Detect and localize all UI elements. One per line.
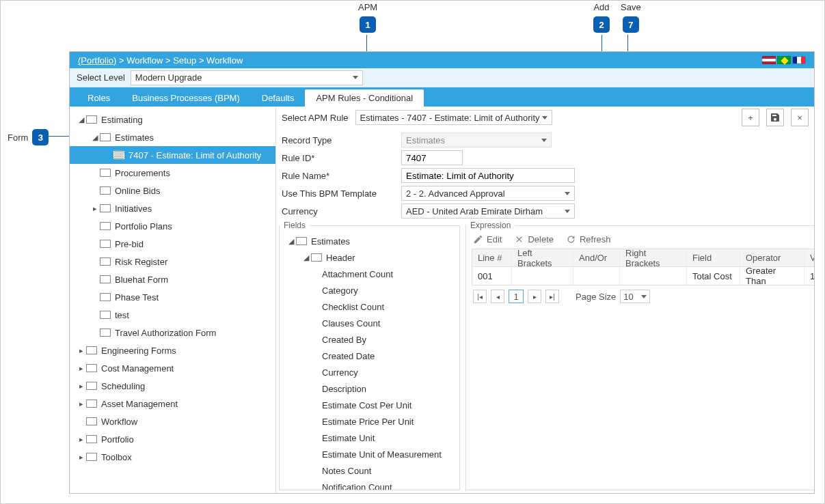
toolbar: Select APM Rule Estimates - 7407 - Estim… xyxy=(276,107,814,128)
pager-first-button[interactable]: |◂ xyxy=(473,290,487,303)
tree-item-estimates[interactable]: ◢Estimates xyxy=(70,128,275,146)
fields-item[interactable]: Attachment Count xyxy=(281,266,458,282)
tree-item-asset-management[interactable]: ▸Asset Management xyxy=(70,395,275,412)
save-button[interactable] xyxy=(766,109,784,126)
x-icon xyxy=(514,234,524,244)
fields-item[interactable]: Currency xyxy=(281,364,458,380)
fields-item[interactable]: Checklist Count xyxy=(281,298,458,315)
fields-tree[interactable]: ◢Estimates ◢Header Attachment CountCateg… xyxy=(280,230,459,490)
add-button[interactable]: + xyxy=(742,109,759,126)
fields-item[interactable]: Estimate Unit xyxy=(281,430,458,446)
tab-defaults[interactable]: Defaults xyxy=(251,89,306,107)
callout-form: Form 3 xyxy=(8,129,49,145)
tree-label: 7407 - Estimate: Limit of Authority xyxy=(129,150,261,160)
filter-bar: Select Level Modern Upgrade xyxy=(70,68,814,87)
fields-root[interactable]: ◢Estimates xyxy=(281,233,458,249)
tree-item-test[interactable]: test xyxy=(70,306,275,324)
tree-label: Portfolio Plans xyxy=(115,221,172,232)
fields-item[interactable]: Created By xyxy=(281,331,458,348)
bpm-template-value: 2 - 2. Advanced Approval xyxy=(406,188,505,199)
rule-name-input[interactable] xyxy=(401,168,575,183)
tabs-bar: Roles Business Processes (BPM) Defaults … xyxy=(70,87,814,107)
fields-panel: Fields ◢Estimates ◢Header Attachment Cou… xyxy=(279,225,460,490)
folder-icon xyxy=(86,364,97,372)
select-level-dropdown[interactable]: Modern Upgrade xyxy=(131,70,363,85)
fields-item[interactable]: Created Date xyxy=(281,348,458,364)
tab-bpm[interactable]: Business Processes (BPM) xyxy=(121,89,251,107)
fields-item[interactable]: Estimate Unit of Measurement xyxy=(281,446,458,462)
pager-last-button[interactable]: ▸| xyxy=(545,290,559,303)
breadcrumb-portfolio[interactable]: (Portfolio) xyxy=(78,55,116,66)
tab-roles[interactable]: Roles xyxy=(77,89,121,107)
fields-item-label: Category xyxy=(322,285,358,296)
fields-item[interactable]: Clauses Count xyxy=(281,315,458,331)
body: ◢Estimating ◢Estimates 7407 - Estimate: … xyxy=(70,107,814,493)
col-left-brackets[interactable]: Left Brackets xyxy=(512,249,573,266)
folder-icon xyxy=(100,293,111,301)
rule-id-label: Rule ID* xyxy=(282,153,394,163)
tab-apm-rules[interactable]: APM Rules - Conditional xyxy=(305,89,424,107)
fields-item[interactable]: Notes Count xyxy=(281,462,458,479)
callout-bubble: 2 xyxy=(593,16,610,33)
flag-us-icon[interactable] xyxy=(762,56,776,64)
tree-label: Engineering Forms xyxy=(101,346,176,356)
tree-item-pre-bid[interactable]: Pre-bid xyxy=(70,235,275,253)
tree-label: Portfolio xyxy=(101,434,134,445)
col-line-no[interactable]: Line # xyxy=(472,249,512,266)
tree-label: Procurements xyxy=(115,168,170,178)
tree-item-portfolio[interactable]: ▸Portfolio xyxy=(70,430,275,448)
tree-item-workflow[interactable]: Workflow xyxy=(70,412,275,430)
select-level-value: Modern Upgrade xyxy=(135,72,202,83)
col-operator[interactable]: Operator xyxy=(740,249,804,266)
close-button[interactable]: × xyxy=(791,109,809,126)
fields-item[interactable]: Estimate Cost Per Unit xyxy=(281,397,458,413)
col-value[interactable]: Value xyxy=(804,249,814,266)
tree-item-bluehat[interactable]: Bluehat Form xyxy=(70,270,275,288)
tree-item-travel-auth[interactable]: Travel Authorization Form xyxy=(70,324,275,341)
col-field[interactable]: Field xyxy=(687,249,740,266)
grid-data-row[interactable]: 001 Total Cost Greater Than 100000 xyxy=(472,267,814,285)
flag-br-icon[interactable] xyxy=(777,56,791,64)
currency-dropdown[interactable]: AED - United Arab Emirate Dirham xyxy=(401,204,575,219)
fields-item[interactable]: Estimate Price Per Unit xyxy=(281,413,458,430)
breadcrumb-workflow2[interactable]: Workflow xyxy=(206,55,243,66)
breadcrumb-workflow[interactable]: Workflow xyxy=(126,55,163,66)
edit-button[interactable]: Edit xyxy=(473,234,502,244)
pager-next-button[interactable]: ▸ xyxy=(528,290,541,303)
tree-sidebar[interactable]: ◢Estimating ◢Estimates 7407 - Estimate: … xyxy=(70,107,276,493)
tree-label: Initiatives xyxy=(115,204,152,214)
col-right-brackets[interactable]: Right Brackets xyxy=(620,249,687,266)
tree-item-portfolio-plans[interactable]: Portfolio Plans xyxy=(70,217,275,235)
tree-item-selected-rule[interactable]: 7407 - Estimate: Limit of Authority xyxy=(70,146,275,164)
col-and-or[interactable]: And/Or xyxy=(573,249,620,266)
fields-item[interactable]: Notification Count xyxy=(281,479,458,490)
tree-item-online-bids[interactable]: Online Bids xyxy=(70,182,275,199)
refresh-button[interactable]: Refresh xyxy=(566,234,611,244)
fields-item[interactable]: Category xyxy=(281,282,458,298)
tree-item-cost-management[interactable]: ▸Cost Management xyxy=(70,359,275,377)
page-size-dropdown[interactable]: 10 xyxy=(620,290,650,303)
tree-item-estimating[interactable]: ◢Estimating xyxy=(70,111,275,128)
tree-item-engineering-forms[interactable]: ▸Engineering Forms xyxy=(70,341,275,359)
delete-button[interactable]: Delete xyxy=(514,234,554,244)
expression-panel-title: Expression xyxy=(466,221,515,230)
pager-current-page[interactable]: 1 xyxy=(509,290,524,303)
flag-fr-icon[interactable] xyxy=(792,56,806,64)
plus-icon: + xyxy=(748,113,753,123)
close-icon: × xyxy=(797,113,802,123)
tree-item-procurements[interactable]: Procurements xyxy=(70,164,275,182)
fields-header[interactable]: ◢Header xyxy=(281,249,458,266)
tree-item-initiatives[interactable]: ▸Initiatives xyxy=(70,199,275,217)
tree-item-scheduling[interactable]: ▸Scheduling xyxy=(70,377,275,395)
breadcrumb-setup[interactable]: Setup xyxy=(173,55,196,66)
tree-item-toolbox[interactable]: ▸Toolbox xyxy=(70,448,275,466)
tree-label: Estimates xyxy=(115,132,154,143)
tree-item-risk-register[interactable]: Risk Register xyxy=(70,253,275,270)
rule-id-input[interactable] xyxy=(401,150,463,165)
fields-item[interactable]: Description xyxy=(281,380,458,397)
select-apm-rule-dropdown[interactable]: Estimates - 7407 - Estimate: Limit of Au… xyxy=(355,110,552,125)
callout-save: Save 7 xyxy=(621,2,641,33)
bpm-template-dropdown[interactable]: 2 - 2. Advanced Approval xyxy=(401,186,575,201)
tree-item-phase-test[interactable]: Phase Test xyxy=(70,288,275,306)
pager-prev-button[interactable]: ◂ xyxy=(491,290,504,303)
